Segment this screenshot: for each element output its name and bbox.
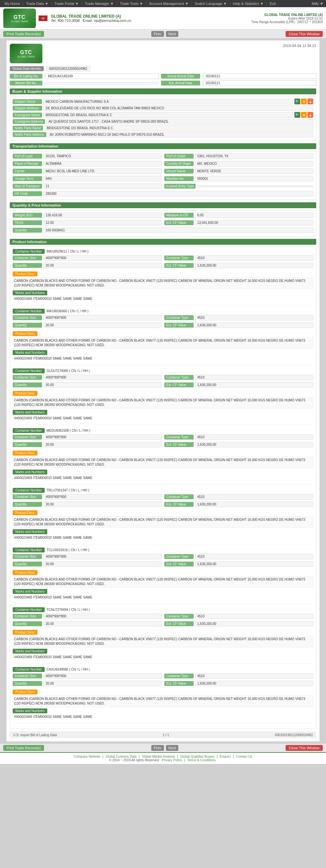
nav-trade-data[interactable]: Trade Data ▼ — [24, 1, 51, 6]
bottom-toolbar: Print Trade Record(s) Prev Next Close Th… — [0, 743, 326, 752]
transportation-section: Port of Load 20193, TAMPICO Port of Unla… — [10, 151, 316, 200]
marks-block-1: Marks and Numbers 4400023469 ITEM000010 … — [13, 350, 313, 361]
inbond-pair: In-bond Entry Type — [164, 183, 313, 189]
bottom-prev-button[interactable]: Prev — [151, 745, 164, 751]
container-block-0: Container Number INKU9529611 ( CN / L / … — [13, 249, 313, 305]
marks-label-5: Marks and Numbers — [13, 589, 47, 594]
cn-row-1: Container Number INKU8536960 ( CN / L / … — [13, 309, 313, 314]
container-size-label-0: Container Size — [13, 255, 42, 260]
container-size-value-4: 4000*900*800 — [43, 494, 162, 500]
est-cf-pair: Est. CF Value 13,041,600.00 — [164, 220, 313, 225]
notify-name-value: BRIDGESTONE DO BRASIL INDUSTRIA E C — [44, 125, 313, 131]
bottom-next-button[interactable]: Next — [166, 745, 178, 751]
cn-badge-5: Container Number — [13, 548, 45, 553]
nav-my-home[interactable]: My Home — [3, 1, 22, 6]
expire-date: Expire After 2019-12-31 — [251, 17, 323, 20]
cn-badge-6: Container Number — [13, 607, 45, 612]
footer-global-customs[interactable]: Global Customs Data — [106, 755, 137, 758]
bottom-print-button[interactable]: Print Trade Record(s) — [3, 745, 44, 751]
container-estcf-value-2: 1,630,200.00 — [195, 382, 313, 388]
consignee-search-icon[interactable]: 🔍 — [294, 112, 300, 118]
cn-badge-7: Container Number — [13, 667, 45, 672]
nav-sep-4: | — [117, 2, 117, 5]
nav-sep-8: | — [266, 2, 267, 5]
nav-switch-language[interactable]: Switch Language ▼ — [193, 1, 229, 6]
container-estcf-label-5: Est. CF Value — [164, 562, 194, 566]
notify-name-row: Notify Party Name BRIDGESTONE DO BRASIL … — [13, 125, 313, 131]
nav-trade-portal[interactable]: Trade Portal ▼ — [53, 1, 80, 6]
cn-value-2: GLDU7274060 ( CN / L / HH ) — [46, 369, 90, 373]
shipper-search-icon[interactable]: 🔍 — [294, 98, 300, 104]
nav-trade-manager[interactable]: Trade Manager ▼ — [83, 1, 116, 6]
nav-trade-tools[interactable]: Trade Tools ▼ — [118, 1, 145, 6]
main-content: GTC GLOBAL TRADE 2019-04-04 11:34:21 Glo… — [6, 40, 320, 741]
shipper-arrow-icon[interactable]: ▲ — [307, 98, 313, 104]
qty-row2: TEUS 12.00 Est. CF Value 13,041,600.00 — [13, 220, 313, 226]
next-button[interactable]: Next — [166, 31, 178, 37]
container-qty-label-1: Quantity — [13, 323, 42, 328]
product-desc-text-7: CARBON (CARBON BLACKS AND OTHER FORMS OF… — [13, 695, 313, 707]
consignee-name-value: BRIDGESTONE DO BRASIL INDUSTRIA E C — [43, 112, 293, 118]
container-type-label-0: Container Type — [164, 255, 194, 260]
container-block-2: Container Number GLDU7274060 ( CN / L / … — [13, 368, 313, 425]
way-transport-value: 11 — [43, 183, 162, 189]
footer-links: Company Website | Global Customs Data | … — [3, 755, 323, 758]
nav-account-management[interactable]: Account Management ▼ — [148, 1, 191, 6]
notify-name-label: Notify Party Name — [13, 126, 43, 130]
container-type-label-7: Container Type — [164, 674, 194, 678]
cn-value-5: TCLU0031916 ( CN / L / HH ) — [46, 548, 89, 552]
nav-help-statistics[interactable]: Help & Statistics ▼ — [231, 1, 266, 6]
container-qty-row-3: Quantity 20.00 Est. CF Value 1,630,200.0… — [13, 442, 313, 448]
footer-qualified-buyers[interactable]: Global Qualified Buyers — [180, 755, 215, 758]
container-size-value-6: 4000*900*800 — [43, 614, 162, 619]
footer-enquiry[interactable]: Enquiry — [220, 755, 231, 758]
footer-terms[interactable]: Terms & Conditions — [188, 758, 216, 762]
company-name: GLOBAL TRADE ONLINE LIMITED (A) — [51, 14, 131, 19]
footer-global-market[interactable]: Global Market Analysis — [142, 755, 175, 758]
quantity-label: Quantity — [13, 228, 42, 232]
port-unlad-label: Port of Unlad — [164, 154, 194, 159]
bottom-close-button[interactable]: Close This Window — [286, 745, 323, 751]
container-block-5: Container Number TCLU0031916 ( CN / L / … — [13, 548, 313, 604]
container-qty-row-0: Quantity 20.00 Est. CF Value 1,630,200.0… — [13, 263, 313, 269]
product-desc-label-2: Product Desc — [13, 391, 37, 396]
cn-value-1: INKU8536960 ( CN / L / HH ) — [46, 309, 89, 313]
quantity-price-header: Quantity & Price Information — [10, 202, 316, 208]
cn-badge-3: Container Number — [13, 428, 45, 433]
footer-contact[interactable]: Contact Us — [236, 755, 252, 758]
company-contact: Tel: 400-710-3008 Email: vip@perrschina.… — [51, 19, 131, 23]
port-load-label: Port of Load — [13, 154, 42, 159]
container-size-label-6: Container Size — [13, 614, 42, 619]
footer-privacy[interactable]: Privacy Policy — [162, 758, 182, 762]
print-button[interactable]: Print Trade Record(s) — [3, 31, 44, 37]
container-qty-value-0: 20.00 — [43, 263, 162, 268]
product-desc-label-5: Product Desc — [13, 570, 37, 575]
container-estcf-value-6: 1,630,200.00 — [195, 621, 313, 626]
container-size-value-0: 4000*900*800 — [43, 255, 162, 261]
consignee-arrow-icon[interactable]: ▲ — [307, 112, 313, 118]
container-block-3: Container Number MEDU8361508 ( CN / L / … — [13, 428, 313, 485]
container-type-value-2: 4510 — [195, 375, 313, 380]
est-arrival-label: Est. Arrival Date — [161, 81, 200, 86]
user-menu[interactable]: Milly ▼ — [312, 2, 323, 5]
container-type-label-5: Container Type — [164, 554, 194, 559]
quantity-row: Quantity 160.00(BAG) — [13, 227, 313, 233]
port-load-value: 20193, TAMPICO — [43, 153, 162, 159]
shipper-star-icon[interactable]: ★ — [301, 98, 307, 104]
marks-block-7: Marks and Numbers 4400023469 ITEM000010 … — [13, 708, 313, 719]
consignee-address-value: AV QUEIROZ DOS SANTOS 1717 - CASA SANTO … — [46, 119, 313, 124]
port-unlad-value: 5301, HOUSTON, TX — [195, 153, 313, 159]
nav-sep-7: | — [229, 2, 230, 5]
transportation-header: Transportation Information — [10, 143, 316, 149]
marks-text-5: 4400023469 ITEM000010 SAME SAME SAME SAM… — [13, 595, 313, 600]
consignee-star-icon[interactable]: ★ — [301, 112, 307, 118]
nav-exit[interactable]: Exit — [268, 1, 278, 6]
container-type-value-3: 4510 — [195, 434, 313, 440]
product-desc-label-4: Product Desc — [13, 510, 37, 515]
container-size-label-5: Container Size — [13, 554, 42, 559]
marks-block-6: Marks and Numbers 4400023469 ITEM000010 … — [13, 649, 313, 659]
footer-company-website[interactable]: Company Website — [74, 755, 100, 758]
close-button[interactable]: Close This Window — [286, 31, 323, 37]
product-desc-block-4: Product Desc CARBON (CARBON BLACKS AND O… — [13, 509, 313, 528]
prev-button[interactable]: Prev — [151, 31, 164, 37]
